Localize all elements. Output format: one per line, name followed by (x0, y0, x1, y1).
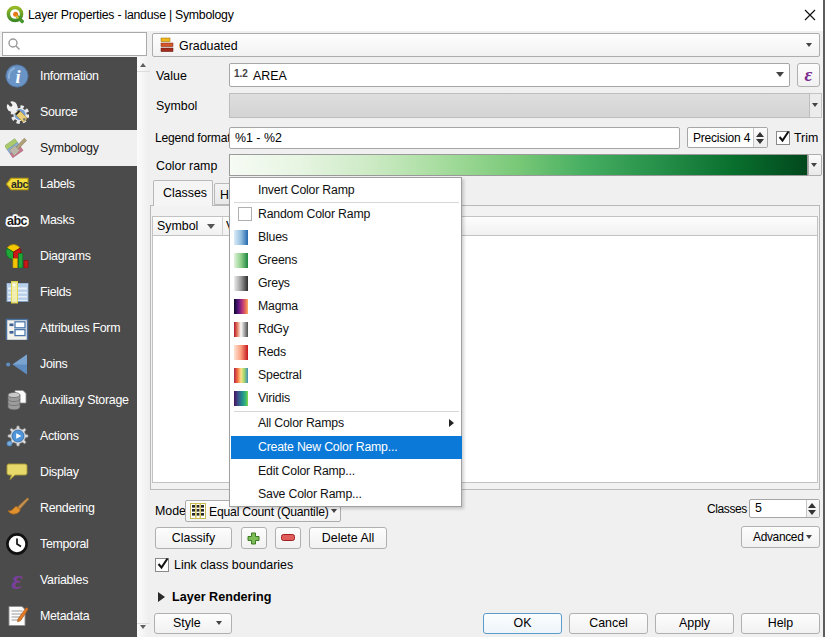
svg-text:i: i (15, 67, 20, 87)
svg-text:ε: ε (11, 568, 22, 592)
svg-text:abc: abc (7, 214, 28, 228)
svg-text:abc: abc (11, 178, 28, 190)
